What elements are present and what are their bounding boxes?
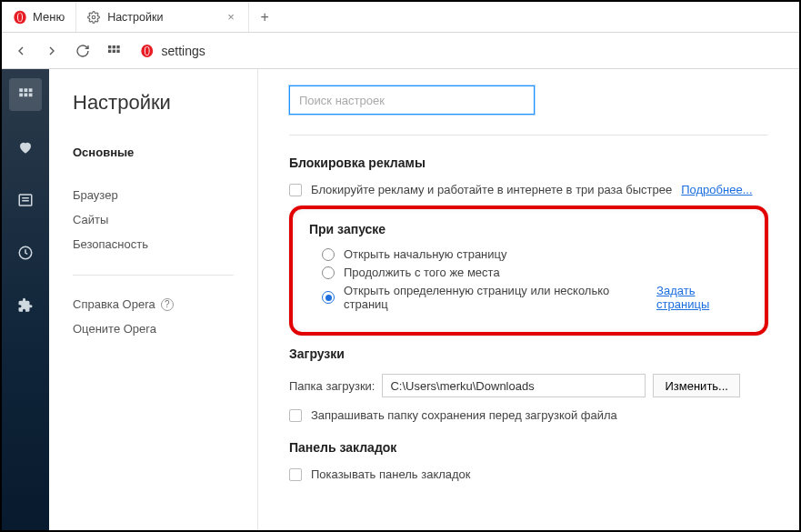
sidebar-item-basic[interactable]: Основные: [73, 140, 234, 165]
svg-point-12: [145, 46, 149, 55]
svg-rect-14: [25, 88, 28, 92]
section-title-bookmarks-bar: Панель закладок: [289, 440, 768, 455]
startup-radio-continue[interactable]: [322, 266, 335, 279]
svg-rect-13: [19, 88, 23, 92]
sidebar-rate-link[interactable]: Оцените Opera: [73, 316, 234, 341]
startup-opt3-label: Открыть определенную страницу или нескол…: [344, 284, 647, 311]
sidebar-help-label: Справка Opera: [73, 297, 155, 311]
svg-rect-7: [108, 49, 111, 52]
tab-close-icon[interactable]: ×: [223, 9, 239, 25]
adblock-label: Блокируйте рекламу и работайте в интерне…: [311, 183, 672, 196]
settings-search-input[interactable]: [289, 85, 535, 115]
help-icon: ?: [161, 298, 174, 311]
sidebar-item-browser[interactable]: Браузер: [73, 183, 234, 207]
puzzle-icon: [17, 297, 34, 314]
browser-tab-settings[interactable]: Настройки ×: [76, 2, 249, 32]
address-bar[interactable]: [135, 38, 790, 64]
left-rail: [2, 69, 49, 530]
svg-point-3: [92, 15, 95, 19]
page-title: Настройки: [73, 91, 234, 115]
menu-label: Меню: [33, 10, 65, 24]
svg-rect-8: [113, 49, 115, 52]
downloads-folder-label: Папка загрузки:: [289, 379, 375, 393]
grid-icon: [17, 86, 34, 103]
clock-icon: [17, 245, 34, 261]
section-title-adblock: Блокировка рекламы: [289, 156, 768, 170]
address-input[interactable]: [161, 44, 790, 58]
svg-rect-6: [116, 45, 119, 48]
bookmarks-bar-checkbox[interactable]: [289, 468, 302, 481]
bookmarks-bar-label: Показывать панель закладок: [311, 467, 471, 481]
divider: [289, 135, 768, 136]
svg-rect-18: [29, 94, 33, 97]
new-tab-button[interactable]: +: [249, 2, 280, 32]
news-icon: [17, 192, 34, 208]
svg-rect-17: [25, 94, 28, 97]
chevron-right-icon: [45, 44, 59, 58]
reload-icon: [75, 44, 90, 58]
adblock-more-link[interactable]: Подробнее...: [681, 183, 752, 196]
reload-button[interactable]: [73, 41, 93, 61]
downloads-change-button[interactable]: Изменить...: [653, 374, 739, 397]
nav-toolbar: [2, 33, 799, 69]
startup-opt2-label: Продолжить с того же места: [344, 266, 500, 279]
section-title-downloads: Загрузки: [289, 346, 768, 361]
forward-button[interactable]: [42, 41, 62, 61]
settings-content: Блокировка рекламы Блокируйте рекламу и …: [258, 69, 799, 530]
back-button[interactable]: [11, 41, 31, 61]
startup-opt1-label: Открыть начальную страницу: [344, 247, 507, 261]
downloads-ask-checkbox[interactable]: [289, 409, 302, 422]
rail-extensions[interactable]: [9, 289, 42, 322]
settings-sidebar: Настройки Основные Браузер Сайты Безопас…: [49, 69, 258, 530]
svg-point-2: [18, 13, 22, 21]
svg-rect-4: [108, 45, 111, 48]
tab-bar: Меню Настройки × +: [2, 2, 799, 33]
chevron-left-icon: [14, 44, 28, 58]
startup-radio-homepage[interactable]: [322, 248, 335, 261]
sidebar-item-sites[interactable]: Сайты: [73, 207, 234, 232]
svg-rect-5: [113, 45, 115, 48]
sidebar-help-link[interactable]: Справка Opera ?: [73, 292, 234, 316]
tab-title: Настройки: [107, 11, 215, 24]
sidebar-rate-label: Оцените Opera: [73, 322, 156, 336]
startup-radio-specific[interactable]: [322, 291, 335, 304]
speed-dial-button[interactable]: [104, 41, 124, 61]
startup-set-pages-link[interactable]: Задать страницы: [656, 284, 748, 311]
rail-history[interactable]: [9, 236, 42, 269]
svg-rect-16: [19, 94, 23, 97]
svg-rect-15: [29, 88, 33, 92]
heart-icon: [17, 139, 34, 156]
sidebar-item-security[interactable]: Безопасность: [73, 232, 234, 256]
menu-button[interactable]: Меню: [2, 2, 76, 32]
rail-news[interactable]: [9, 184, 42, 216]
startup-section-highlight: При запуске Открыть начальную страницу П…: [289, 206, 768, 336]
opera-logo-icon: [13, 10, 27, 25]
rail-bookmarks[interactable]: [9, 131, 42, 164]
section-title-startup: При запуске: [309, 222, 748, 236]
downloads-ask-label: Запрашивать папку сохранения перед загру…: [311, 408, 617, 422]
opera-logo-icon: [140, 44, 154, 58]
sidebar-divider: [73, 275, 234, 276]
gear-icon: [87, 11, 100, 24]
svg-rect-9: [116, 49, 119, 52]
adblock-checkbox[interactable]: [289, 184, 302, 196]
grid-icon: [106, 44, 121, 58]
downloads-folder-input[interactable]: [382, 374, 646, 397]
rail-speeddial[interactable]: [9, 78, 42, 111]
